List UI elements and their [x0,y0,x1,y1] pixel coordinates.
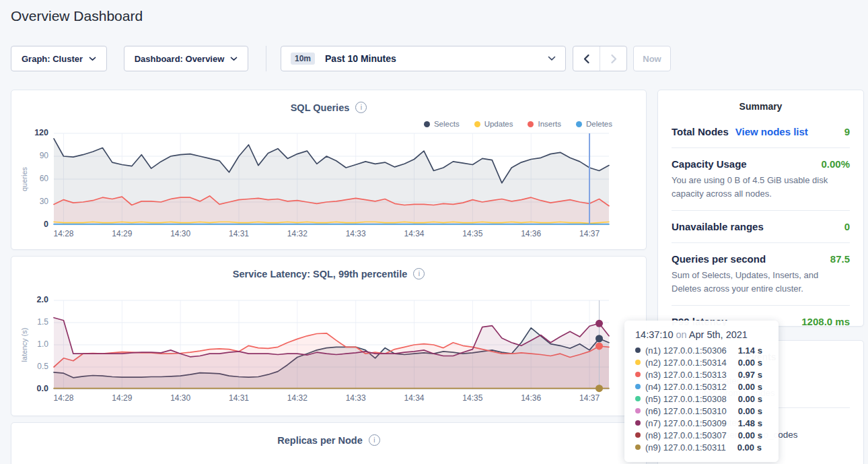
graph-dropdown[interactable]: Graph: Cluster [11,46,107,71]
tooltip-node-row: (n4) 127.0.0.1:503120.00 s [635,381,768,392]
legend-dot-icon [424,121,430,127]
summary-label: Total Nodes [672,126,729,137]
y-axis-unit-label: queries [19,133,30,225]
legend-label: Inserts [538,120,561,128]
chevron-down-icon [230,57,238,61]
legend-dot-icon [528,121,534,127]
tooltip-node-label: (n6) 127.0.0.1:50310 [645,406,727,416]
tooltip-node-label: (n2) 127.0.0.1:50314 [645,358,727,368]
dashboard-dropdown[interactable]: Dashboard: Overview [124,46,248,71]
tooltip-node-row: (n6) 127.0.0.1:503100.00 s [635,405,768,416]
x-axis-tick: 14:37 [571,229,608,238]
next-time-button[interactable] [600,46,626,71]
node-dot-icon [635,420,641,426]
summary-value: 0 [844,221,850,232]
chevron-right-icon [610,54,618,64]
tooltip-node-value: 1.14 s [738,345,762,356]
summary-panel: Summary Total NodesView nodes list9Capac… [657,90,864,327]
sql-queries-chart[interactable]: 030609012014:2814:2914:3014:3114:3214:33… [54,133,609,225]
now-button[interactable]: Now [633,46,671,71]
x-axis-tick: 14:30 [161,393,199,403]
tooltip-node-label: (n1) 127.0.0.1:50306 [645,345,727,356]
tooltip-timestamp: 14:37:10 on Apr 5th, 2021 [635,329,768,340]
x-axis-tick: 14:28 [44,229,82,238]
x-axis-tick: 14:33 [337,393,375,403]
summary-value: 0.00% [821,158,850,170]
summary-label: Queries per second [672,253,766,265]
summary-label: Unavailable ranges [672,221,764,232]
node-dot-icon [635,347,641,353]
service-latency-chart[interactable]: 0.00.51.01.52.014:2814:2914:3014:3114:32… [54,300,609,389]
y-axis-unit-label: latency (s) [19,300,30,389]
tooltip-node-value: 0.00 s [738,430,762,440]
node-dot-icon [635,444,641,450]
x-axis-tick: 14:34 [396,393,433,403]
chevron-down-icon [548,56,556,61]
chevron-left-icon [583,54,591,64]
x-axis-tick: 14:35 [454,393,491,403]
x-axis-tick: 14:34 [396,229,433,238]
info-icon[interactable]: i [413,268,425,279]
summary-row: Capacity Usage0.00%You are using 0 B of … [672,147,850,210]
x-axis-tick: 14:33 [337,229,375,238]
node-dot-icon [635,384,641,389]
tooltip-node-label: (n4) 127.0.0.1:50312 [645,382,727,392]
tooltip-node-value: 0.00 s [738,382,762,392]
x-axis-tick: 14:31 [220,229,258,238]
summary-title: Summary [658,90,863,116]
time-range-label: Past 10 Minutes [325,53,396,64]
replicas-per-node-title: Replicas per Node [277,435,363,446]
node-dot-icon [635,408,641,413]
tooltip-node-label: (n3) 127.0.0.1:50313 [645,370,727,380]
legend-item-selects[interactable]: Selects [424,120,460,128]
page-title: Overview Dashboard [11,8,143,24]
tooltip-node-row: (n3) 127.0.0.1:503130.97 s [635,369,768,380]
summary-value: 87.5 [830,253,850,265]
tooltip-node-row: (n5) 127.0.0.1:503080.00 s [635,393,768,404]
x-axis-tick: 14:28 [44,393,82,403]
tooltip-node-value: 1.48 s [738,418,762,428]
legend-label: Selects [434,120,460,128]
node-dot-icon [635,372,641,377]
tooltip-node-value: 0.00 s [737,442,762,453]
summary-subtext: You are using 0 B of 4.5 GiB usable disk… [672,174,850,200]
summary-subtext: Sum of Selects, Updates, Inserts, and De… [672,269,850,295]
x-axis-tick: 14:29 [103,393,141,403]
legend-item-updates[interactable]: Updates [474,120,513,128]
x-axis-tick: 14:35 [454,229,491,238]
tooltip-node-row: (n7) 127.0.0.1:503091.48 s [635,418,768,428]
tooltip-node-value: 0.00 s [738,358,762,368]
tooltip-node-value: 0.97 s [738,370,762,380]
node-dot-icon [635,396,641,401]
x-axis-tick: 14:36 [512,229,550,238]
summary-row: Unavailable ranges0 [672,210,850,242]
chevron-down-icon [89,57,96,61]
x-axis-tick: 14:32 [279,393,316,403]
legend-item-inserts[interactable]: Inserts [528,120,561,128]
tooltip-node-label: (n7) 127.0.0.1:50309 [645,418,727,428]
summary-value: 9 [844,126,850,137]
dashboard-dropdown-label: Dashboard: Overview [135,54,225,64]
overview-dashboard-page: Overview Dashboard Graph: Cluster Dashbo… [0,0,868,464]
legend-item-deletes[interactable]: Deletes [576,120,612,128]
graph-dropdown-label: Graph: Cluster [22,54,83,64]
x-axis-tick: 14:30 [161,229,199,238]
tooltip-node-label: (n5) 127.0.0.1:50308 [645,394,727,404]
sql-queries-legend: SelectsUpdatesInsertsDeletes [424,120,612,128]
info-icon[interactable]: i [369,434,380,446]
info-icon[interactable]: i [355,102,367,113]
tooltip-node-row: (n8) 127.0.0.1:503070.00 s [635,430,768,440]
sql-queries-title: SQL Queries [291,102,350,113]
time-range-selector[interactable]: 10m Past 10 Minutes [281,46,566,71]
x-axis-tick: 14:36 [512,393,550,403]
view-nodes-list-link[interactable]: View nodes list [735,126,808,137]
legend-dot-icon [576,121,582,127]
summary-value: 1208.0 ms [801,316,850,327]
tooltip-node-value: 0.00 s [738,394,762,404]
prev-time-button[interactable] [573,46,600,71]
toolbar-divider [266,46,266,71]
time-range-badge: 10m [291,53,315,65]
tooltip-node-row: (n1) 127.0.0.1:503061.14 s [635,345,768,356]
x-axis-tick: 14:32 [279,229,316,238]
summary-label: Capacity Usage [672,158,747,170]
